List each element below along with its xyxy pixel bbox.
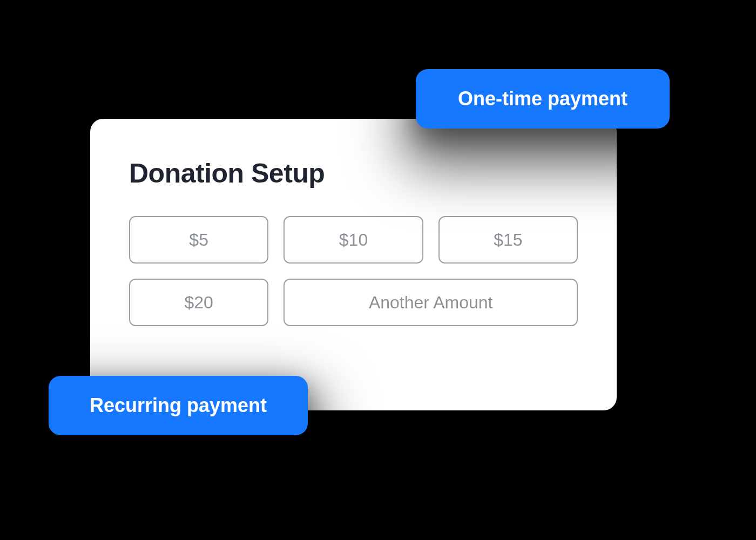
recurring-payment-button[interactable]: Recurring payment	[49, 376, 308, 435]
amount-option-label: $20	[184, 293, 213, 313]
recurring-payment-label: Recurring payment	[90, 394, 267, 417]
amount-grid: $5 $10 $15 $20 Another Amount	[129, 216, 578, 326]
amount-option-20[interactable]: $20	[129, 279, 268, 326]
amount-option-5[interactable]: $5	[129, 216, 268, 264]
amount-option-10[interactable]: $10	[284, 216, 423, 264]
amount-option-label: $5	[189, 230, 208, 250]
amount-option-label: $15	[494, 230, 522, 250]
amount-option-15[interactable]: $15	[438, 216, 578, 264]
stage: Donation Setup $5 $10 $15 $20 Another Am…	[0, 0, 756, 540]
amount-option-label: Another Amount	[369, 293, 492, 313]
one-time-payment-label: One-time payment	[458, 87, 627, 110]
amount-option-label: $10	[339, 230, 368, 250]
one-time-payment-button[interactable]: One-time payment	[416, 69, 670, 129]
donation-setup-card: Donation Setup $5 $10 $15 $20 Another Am…	[90, 119, 617, 410]
amount-option-other[interactable]: Another Amount	[284, 279, 578, 326]
card-title: Donation Setup	[129, 158, 578, 189]
